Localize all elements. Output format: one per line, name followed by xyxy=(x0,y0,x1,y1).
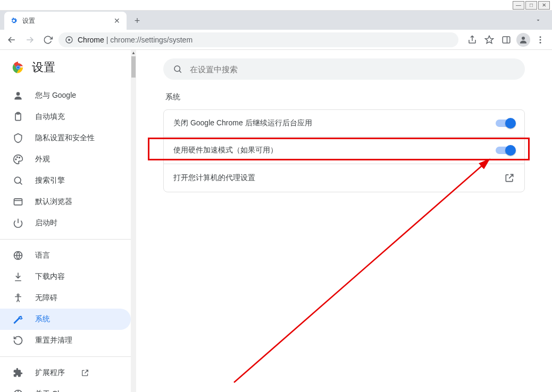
os-close-button[interactable]: ✕ xyxy=(538,1,550,10)
svg-rect-2 xyxy=(503,37,510,43)
scrollbar-thumb[interactable] xyxy=(131,56,136,78)
svg-rect-19 xyxy=(14,199,22,205)
sidebar-item-label: 系统 xyxy=(35,314,50,324)
row-label: 使用硬件加速模式（如果可用） xyxy=(173,146,278,155)
row-label: 打开您计算机的代理设置 xyxy=(173,173,255,183)
chrome-icon xyxy=(65,36,73,44)
sidebar-item-label: 您与 Google xyxy=(35,91,76,100)
sidebar-divider xyxy=(0,356,131,357)
os-titlebar: — □ ✕ xyxy=(0,0,552,11)
open-in-new-icon xyxy=(504,173,515,183)
address-bar[interactable]: Chrome | chrome://settings/system xyxy=(58,32,458,47)
tabs-dropdown-button[interactable] xyxy=(530,14,547,27)
open-in-new-icon xyxy=(81,369,89,377)
svg-point-15 xyxy=(15,159,16,160)
address-bar-text: Chrome | chrome://settings/system xyxy=(78,36,193,44)
sidebar-item-label: 默认浏览器 xyxy=(35,197,72,207)
svg-point-23 xyxy=(17,294,19,296)
browser-tab-settings[interactable]: 设置 ✕ xyxy=(4,12,127,30)
svg-point-11 xyxy=(17,66,20,69)
row-hardware-accel: 使用硬件加速模式（如果可用） xyxy=(164,137,524,164)
toggle-background-apps[interactable] xyxy=(496,120,515,127)
sidebar-divider xyxy=(0,239,131,240)
sidebar-item-label: 下载内容 xyxy=(35,272,65,282)
svg-point-26 xyxy=(174,66,180,72)
row-proxy-settings[interactable]: 打开您计算机的代理设置 xyxy=(164,164,524,192)
bookmark-star-icon[interactable] xyxy=(482,32,497,47)
download-icon xyxy=(13,271,23,282)
profile-avatar[interactable] xyxy=(516,32,531,47)
reload-button[interactable] xyxy=(40,32,55,47)
chrome-logo-icon xyxy=(12,61,24,74)
settings-search-box[interactable] xyxy=(163,58,525,80)
sidebar-item-languages[interactable]: 语言 xyxy=(0,245,131,266)
tab-title: 设置 xyxy=(22,16,108,25)
sidebar-item-privacy[interactable]: 隐私设置和安全性 xyxy=(0,127,131,149)
gear-icon xyxy=(10,16,18,25)
puzzle-icon xyxy=(13,368,23,378)
sidebar-item-label: 扩展程序 xyxy=(35,368,65,378)
sidebar-scrollbar[interactable]: ▲ xyxy=(131,50,136,392)
accessibility-icon xyxy=(13,293,23,303)
system-settings-card: 关闭 Google Chrome 后继续运行后台应用 使用硬件加速模式（如果可用… xyxy=(163,109,525,192)
palette-icon xyxy=(13,154,23,165)
wrench-icon xyxy=(13,314,23,325)
sidebar-item-startup[interactable]: 启动时 xyxy=(0,212,131,234)
sidebar-item-autofill[interactable]: 自动填充 xyxy=(0,106,131,127)
svg-point-17 xyxy=(19,157,20,158)
search-icon xyxy=(173,64,182,74)
os-maximize-button[interactable]: □ xyxy=(525,1,537,10)
svg-point-5 xyxy=(540,36,541,38)
svg-point-1 xyxy=(68,39,70,41)
forward-button[interactable] xyxy=(22,32,37,47)
svg-point-16 xyxy=(17,157,18,158)
new-tab-button[interactable]: + xyxy=(130,13,145,28)
os-minimize-button[interactable]: — xyxy=(513,1,524,10)
sidebar-item-label: 自动填充 xyxy=(35,112,65,122)
svg-point-12 xyxy=(16,92,20,96)
kebab-menu-icon[interactable] xyxy=(533,32,548,47)
person-icon xyxy=(13,90,23,101)
sidebar-item-label: 搜索引擎 xyxy=(35,176,65,185)
tab-close-button[interactable]: ✕ xyxy=(113,16,121,25)
browser-icon xyxy=(13,197,23,207)
sidebar-item-default-browser[interactable]: 默认浏览器 xyxy=(0,191,131,212)
sidebar-item-label: 关于 Chrome xyxy=(35,389,79,392)
restore-icon xyxy=(13,335,23,346)
sidebar-item-downloads[interactable]: 下载内容 xyxy=(0,266,131,287)
settings-title: 设置 xyxy=(32,59,55,75)
settings-brand: 设置 xyxy=(0,55,131,85)
settings-main: 系统 关闭 Google Chrome 后继续运行后台应用 使用硬件加速模式（如… xyxy=(136,50,552,392)
power-icon xyxy=(13,218,23,228)
sidebar-item-system[interactable]: 系统 xyxy=(0,309,131,330)
sidebar-item-reset[interactable]: 重置并清理 xyxy=(0,330,131,351)
sidebar-item-label: 无障碍 xyxy=(35,293,57,303)
sidebar-item-search-engine[interactable]: 搜索引擎 xyxy=(0,170,131,191)
settings-page: 设置 您与 Google 自动填充 隐私设置和安全性 外观 搜索引擎 xyxy=(0,50,552,392)
side-panel-icon[interactable] xyxy=(499,32,514,47)
browser-toolbar: Chrome | chrome://settings/system xyxy=(0,30,552,50)
sidebar-item-accessibility[interactable]: 无障碍 xyxy=(0,287,131,309)
row-background-apps: 关闭 Google Chrome 后继续运行后台应用 xyxy=(164,110,524,137)
scrollbar-up-arrow[interactable]: ▲ xyxy=(131,50,136,55)
section-title-system: 系统 xyxy=(165,92,523,102)
chrome-outline-icon xyxy=(13,389,23,392)
settings-sidebar: 设置 您与 Google 自动填充 隐私设置和安全性 外观 搜索引擎 xyxy=(0,50,131,392)
svg-point-6 xyxy=(540,39,541,40)
sidebar-item-label: 语言 xyxy=(35,251,50,260)
sidebar-item-extensions[interactable]: 扩展程序 xyxy=(0,362,131,384)
svg-point-18 xyxy=(14,177,21,183)
clipboard-icon xyxy=(13,112,23,122)
sidebar-item-label: 隐私设置和安全性 xyxy=(35,133,95,143)
sidebar-item-label: 重置并清理 xyxy=(35,336,72,345)
settings-search-input[interactable] xyxy=(190,65,515,74)
toggle-hardware-accel[interactable] xyxy=(496,147,515,154)
sidebar-item-about[interactable]: 关于 Chrome xyxy=(0,384,131,392)
shield-icon xyxy=(13,133,23,143)
share-icon[interactable] xyxy=(465,32,480,47)
svg-point-4 xyxy=(522,37,525,40)
sidebar-item-appearance[interactable]: 外观 xyxy=(0,149,131,170)
svg-point-7 xyxy=(540,41,541,43)
sidebar-item-you-and-google[interactable]: 您与 Google xyxy=(0,85,131,106)
back-button[interactable] xyxy=(4,32,19,47)
